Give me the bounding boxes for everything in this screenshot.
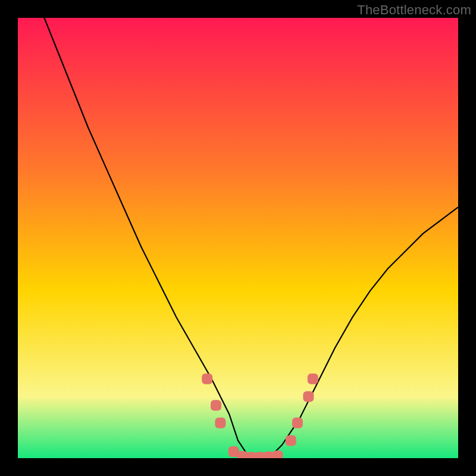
bottleneck-chart xyxy=(18,18,458,458)
curve-marker xyxy=(292,418,303,428)
plot-background xyxy=(18,18,458,458)
curve-marker xyxy=(303,391,314,402)
curve-marker xyxy=(286,435,296,446)
curve-marker xyxy=(215,418,226,428)
chart-frame: TheBottleneck.com xyxy=(0,0,476,476)
curve-marker xyxy=(211,400,221,411)
curve-marker xyxy=(202,374,212,384)
curve-marker xyxy=(308,374,318,384)
watermark-text: TheBottleneck.com xyxy=(357,2,471,18)
curve-marker xyxy=(273,450,283,458)
